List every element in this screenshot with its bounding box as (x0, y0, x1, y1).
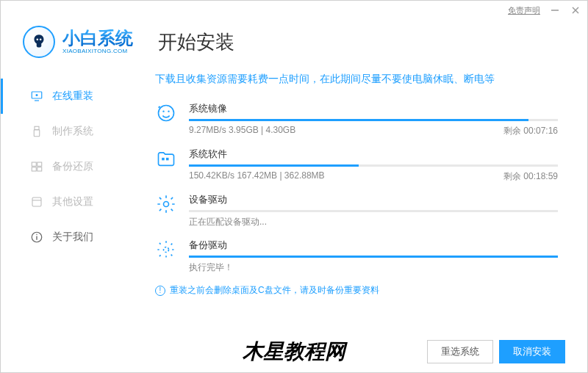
close-button[interactable] (570, 4, 581, 16)
sidebar-label: 关于我们 (52, 231, 93, 244)
monitor-icon (30, 90, 43, 103)
task-remain: 剩余 00:18:59 (503, 170, 558, 183)
task-detail: 正在匹配设备驱动... (189, 216, 267, 228)
install-notice: 下载且收集资源需要耗费一点时间，在此期间尽量不要使电脑休眠、断电等 (155, 73, 558, 86)
svg-rect-8 (35, 126, 39, 130)
task-title: 系统软件 (189, 148, 558, 161)
warning-row: ! 重装之前会删除桌面及C盘文件，请及时备份重要资料 (155, 284, 558, 297)
task-device-driver: 设备驱动 正在匹配设备驱动... (155, 193, 558, 228)
svg-rect-9 (34, 130, 40, 137)
sidebar-item-reinstall[interactable]: 在线重装 (1, 79, 118, 114)
gear-dashed-icon (155, 239, 177, 261)
settings-icon (30, 195, 43, 209)
main-content: 下载且收集资源需要耗费一点时间，在此期间尽量不要使电脑休眠、断电等 系统镜像 9… (118, 64, 587, 331)
watermark-text: 木星教程网 (243, 338, 345, 366)
backup-icon (30, 160, 43, 173)
sidebar-item-backup[interactable]: 备份还原 (1, 149, 118, 184)
warning-text: 重装之前会删除桌面及C盘文件，请及时备份重要资料 (170, 284, 379, 297)
usb-icon (30, 125, 43, 138)
sidebar-label: 在线重装 (52, 90, 93, 103)
svg-point-21 (168, 111, 169, 112)
svg-rect-22 (162, 158, 165, 161)
progress-bar (189, 210, 558, 212)
cancel-install-button[interactable]: 取消安装 (499, 340, 565, 363)
disclaimer-link[interactable]: 免责声明 (508, 5, 540, 16)
task-title: 系统镜像 (189, 102, 558, 115)
task-system-software: 系统软件 150.42KB/s 167.42MB | 362.88MB剩余 00… (155, 148, 558, 183)
task-detail: 9.27MB/s 3.95GB | 4.30GB (189, 125, 295, 137)
task-remain: 剩余 00:07:16 (503, 125, 558, 137)
task-detail: 150.42KB/s 167.42MB | 362.88MB (189, 170, 325, 183)
page-title: 开始安装 (158, 29, 234, 55)
svg-rect-11 (37, 167, 42, 171)
info-icon (30, 231, 43, 244)
svg-point-20 (162, 111, 164, 112)
sidebar-label: 制作系统 (52, 125, 93, 138)
svg-rect-12 (32, 167, 36, 171)
progress-bar (189, 119, 558, 121)
sidebar-item-settings[interactable]: 其他设置 (1, 184, 118, 220)
minimize-button[interactable] (549, 4, 561, 16)
brand-name-cn: 小白系统 (62, 29, 133, 47)
sidebar-item-make[interactable]: 制作系统 (1, 114, 118, 149)
progress-bar (189, 164, 558, 167)
svg-rect-23 (166, 158, 169, 161)
reselect-system-button[interactable]: 重选系统 (427, 340, 493, 363)
svg-point-4 (40, 38, 42, 40)
brand: 小白系统 XIAOBAIXITONG.COM (62, 29, 133, 54)
task-system-image: 系统镜像 9.27MB/s 3.95GB | 4.30GB剩余 00:07:16 (155, 102, 558, 137)
svg-point-3 (37, 38, 39, 40)
warning-icon: ! (155, 286, 165, 296)
svg-point-19 (159, 106, 174, 121)
app-logo (23, 26, 55, 58)
sidebar-label: 备份还原 (52, 160, 93, 173)
svg-point-25 (164, 247, 169, 253)
svg-point-7 (36, 94, 38, 96)
svg-rect-10 (32, 162, 36, 166)
sidebar: 在线重装 制作系统 备份还原 其他设置 关于我们 (1, 64, 118, 331)
task-title: 设备驱动 (189, 193, 558, 206)
sidebar-label: 其他设置 (52, 195, 93, 209)
image-face-icon (155, 102, 177, 124)
svg-point-18 (36, 234, 37, 236)
task-backup-driver: 备份驱动 执行完毕！ (155, 239, 558, 274)
svg-rect-14 (32, 198, 41, 206)
sidebar-item-about[interactable]: 关于我们 (1, 220, 118, 255)
svg-rect-13 (37, 162, 42, 166)
brand-name-en: XIAOBAIXITONG.COM (62, 48, 133, 54)
task-detail: 执行完毕！ (189, 261, 233, 274)
svg-point-24 (164, 202, 169, 207)
task-title: 备份驱动 (189, 239, 558, 252)
gear-icon (155, 193, 177, 215)
progress-bar (189, 256, 558, 258)
folder-apps-icon (155, 148, 177, 170)
